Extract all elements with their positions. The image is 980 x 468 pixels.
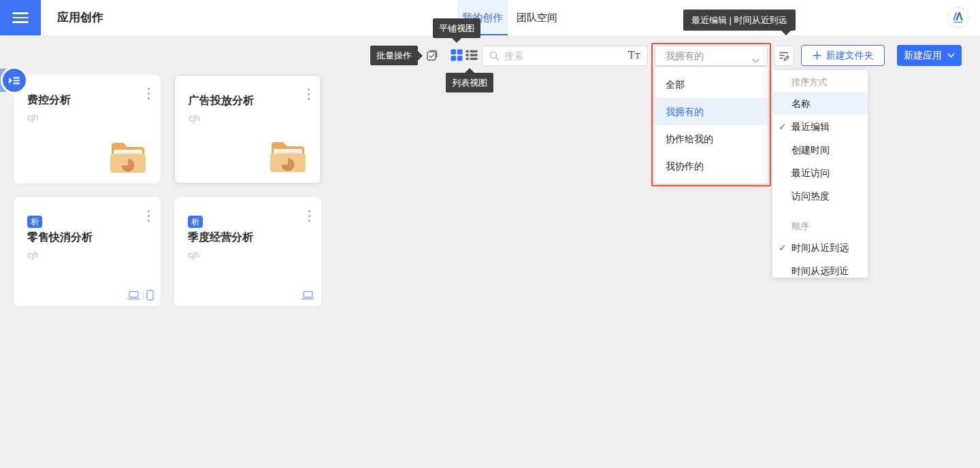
tooltip-arrow — [465, 63, 474, 73]
chevron-down-icon — [752, 54, 760, 66]
tooltip-tile-view: 平铺视图 — [433, 18, 480, 38]
desktop-icon — [127, 290, 140, 301]
check-icon: ✓ — [779, 115, 787, 138]
list-view-icon — [466, 49, 478, 61]
card-owner: cjh — [27, 250, 39, 260]
plus-icon — [813, 51, 821, 60]
text-search-toggle-icon[interactable]: Tᴛ — [628, 49, 640, 61]
owner-filter-select[interactable]: 我拥有的 — [655, 46, 768, 66]
app-card-quarterly-operations-analysis[interactable]: 析 季度经营分析 cjh — [174, 197, 321, 306]
card-more-menu-button[interactable] — [305, 86, 312, 103]
card-owner: cjh — [188, 250, 199, 260]
check-icon: ✓ — [779, 236, 787, 259]
filter-option-shared-to-me[interactable]: 协作给我的 — [655, 125, 768, 152]
card-owner: cjh — [189, 113, 200, 123]
card-title: 季度经营分析 — [188, 231, 253, 245]
hamburger-menu-button[interactable] — [0, 0, 41, 35]
sort-button[interactable] — [774, 46, 794, 66]
logo-icon — [949, 9, 967, 27]
folder-card-expense-analysis[interactable]: 费控分析 cjh — [14, 75, 161, 184]
filter-option-all[interactable]: 全部 — [655, 71, 768, 98]
search-box: Tᴛ — [482, 46, 648, 66]
new-app-label: 新建应用 — [904, 50, 942, 62]
sort-group-header: 排序方式 — [772, 73, 868, 92]
sort-menu-gap — [772, 207, 868, 217]
tab-team-space[interactable]: 团队空间 — [514, 0, 559, 35]
checkbox-check-icon — [425, 48, 439, 62]
sort-option-created-time[interactable]: 创建时间 — [772, 138, 868, 161]
order-group-header: 顺序 — [772, 217, 868, 236]
tooltip-sort-mode: 最近编辑 | 时间从近到远 — [683, 10, 796, 31]
tooltip-list-view: 列表视图 — [446, 73, 493, 93]
owner-filter-value: 我拥有的 — [666, 46, 704, 65]
sort-option-recently-visited[interactable]: 最近访问 — [772, 161, 868, 184]
app-card-retail-fmcg-analysis[interactable]: 析 零售快消分析 cjh — [14, 197, 161, 306]
search-icon — [489, 50, 500, 65]
brand-logo[interactable] — [947, 7, 969, 29]
new-app-button[interactable]: 新建应用 — [897, 45, 962, 66]
filter-option-owned-by-me[interactable]: 我拥有的 — [655, 98, 768, 125]
sort-option-recently-edited[interactable]: ✓ 最近编辑 — [772, 115, 868, 138]
sort-edit-icon — [778, 50, 790, 62]
folder-card-ad-delivery-analysis[interactable]: 广告投放分析 cjh — [174, 75, 321, 184]
tooltip-arrow — [418, 51, 427, 61]
app-type-badge: 析 — [188, 216, 203, 228]
desktop-icon — [301, 290, 314, 301]
grid-view-icon — [451, 49, 463, 61]
new-folder-label: 新建文件夹 — [826, 50, 874, 62]
platform-divider — [143, 292, 144, 299]
tile-view-button[interactable] — [450, 48, 463, 62]
app-creation-page: 应用创作 我的创作 团队空间 — [0, 0, 980, 468]
sort-option-visit-heat[interactable]: 访问热度 — [772, 184, 868, 207]
mobile-icon — [146, 290, 154, 301]
card-title: 费控分析 — [27, 93, 71, 107]
panel-expand-icon — [8, 76, 20, 86]
card-owner: cjh — [27, 112, 39, 122]
tooltip-arrow — [452, 38, 461, 48]
quick-access-button[interactable] — [1, 67, 28, 94]
order-option-newest-first[interactable]: ✓ 时间从近到远 — [772, 236, 868, 259]
platform-icons — [127, 290, 154, 301]
toolbar-divider — [445, 50, 446, 61]
card-title: 零售快消分析 — [27, 231, 93, 245]
sort-option-name[interactable]: 名称 — [772, 92, 868, 115]
order-option-oldest-first[interactable]: 时间从远到近 — [772, 259, 868, 282]
sort-dropdown: 排序方式 名称 ✓ 最近编辑 创建时间 最近访问 访问热度 顺序 ✓ 时间从近到… — [772, 70, 868, 278]
card-title: 广告投放分析 — [189, 94, 254, 108]
app-type-badge: 析 — [27, 216, 42, 228]
filter-option-i-collaborate[interactable]: 我协作的 — [655, 152, 768, 180]
card-more-menu-button[interactable] — [306, 207, 313, 224]
chevron-down-icon — [947, 53, 955, 58]
top-bar: 应用创作 我的创作 团队空间 — [0, 0, 980, 35]
tooltip-arrow — [781, 31, 791, 40]
platform-icons — [301, 290, 314, 301]
owner-filter-dropdown: 全部 我拥有的 协作给我的 我协作的 — [655, 67, 768, 184]
card-more-menu-button[interactable] — [145, 207, 152, 224]
folder-icon — [109, 139, 147, 176]
page-title: 应用创作 — [57, 0, 103, 35]
list-view-button[interactable] — [465, 48, 478, 62]
tooltip-batch-operations: 批量操作 — [370, 46, 418, 65]
card-more-menu-button[interactable] — [145, 85, 152, 102]
search-input[interactable] — [504, 46, 620, 65]
new-folder-button[interactable]: 新建文件夹 — [801, 45, 885, 66]
hamburger-icon — [12, 12, 29, 23]
folder-icon — [269, 139, 307, 175]
